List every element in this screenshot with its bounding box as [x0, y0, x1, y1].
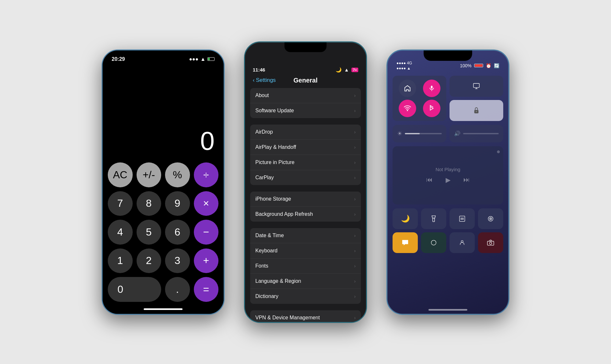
settings-cell-software-update[interactable]: Software Update › [250, 103, 361, 118]
chevron-icon-12: › [354, 279, 356, 284]
svg-point-18 [431, 240, 436, 245]
cc-bluetooth-icon-btn[interactable] [423, 100, 440, 117]
btn-5[interactable]: 5 [137, 220, 161, 245]
cc-volume-slider[interactable]: 🔊 [450, 125, 503, 142]
cc-bottom-apps: 🌙 [393, 208, 503, 253]
calculator-display: 0 [103, 65, 224, 163]
cc-main-content: ☀ 🔊 ⊕ Not Playing ⏮ ▶ [387, 73, 508, 309]
settings-cell-carplay[interactable]: CarPlay › [250, 170, 361, 185]
settings-cell-pip[interactable]: Picture in Picture › [250, 155, 361, 170]
chevron-icon-3: › [354, 129, 356, 135]
cc-btn-calculator[interactable] [450, 208, 475, 229]
brightness-icon: ☀ [397, 130, 402, 137]
btn-4[interactable]: 4 [108, 220, 133, 245]
btn-0[interactable]: 0 [108, 277, 161, 302]
battery-percent: 100% [460, 63, 472, 68]
btn-8[interactable]: 8 [137, 191, 161, 216]
settings-group-4: Date & Time › Keyboard › Fonts › Languag… [250, 228, 361, 304]
btn-divide[interactable]: ÷ [194, 162, 219, 187]
cc-top-row [393, 76, 503, 121]
play-pause-icon[interactable]: ▶ [446, 176, 450, 184]
cc-music-expand[interactable]: ⊕ [497, 149, 500, 154]
calc-status-bar: 20:29 ●●● ▲ [103, 50, 224, 65]
chevron-icon: › [354, 93, 356, 98]
chevron-icon-11: › [354, 263, 356, 269]
svg-point-17 [490, 218, 491, 219]
settings-group-5: VPN & Device Management › [250, 310, 361, 323]
cc-lock-btn[interactable] [450, 100, 503, 121]
settings-navigation: ‹ Settings General [245, 75, 366, 88]
btn-equals[interactable]: = [194, 277, 219, 302]
btn-plusminus[interactable]: +/- [137, 162, 161, 187]
settings-cell-fonts[interactable]: Fonts › [250, 259, 361, 274]
btn-1[interactable]: 1 [108, 248, 133, 273]
settings-cell-datetime[interactable]: Date & Time › [250, 228, 361, 243]
btn-9[interactable]: 9 [165, 191, 190, 216]
cc-signal-info: ●●●● 4G ●●●● ▲ [396, 61, 412, 71]
btn-plus[interactable]: + [194, 248, 219, 273]
cc-connectivity-panel [393, 76, 446, 121]
settings-group-3: iPhone Storage › Background App Refresh … [250, 192, 361, 222]
cc-btn-circle[interactable] [421, 232, 446, 253]
settings-back-button[interactable]: ‹ Settings [253, 77, 276, 83]
calc-status-icons: ●●● ▲ [189, 56, 215, 62]
prev-track-icon[interactable]: ⏮ [426, 176, 433, 184]
btn-multiply[interactable]: × [194, 191, 219, 216]
brightness-fill [405, 133, 420, 134]
cc-btn-flashlight[interactable] [421, 208, 446, 229]
battery-icon [207, 57, 215, 61]
cc-brightness-slider[interactable]: ☀ [393, 125, 446, 142]
phone-calculator: 20:29 ●●● ▲ 0 AC +/- % ÷ 7 8 9 × 4 [102, 50, 225, 315]
svg-rect-20 [487, 241, 494, 245]
signal-bars-icon: ●●●● 4G [396, 61, 412, 65]
settings-cell-keyboard[interactable]: Keyboard › [250, 243, 361, 259]
settings-cell-airplay[interactable]: AirPlay & Handoff › [250, 140, 361, 155]
settings-cell-language[interactable]: Language & Region › [250, 274, 361, 289]
settings-cell-iphone-storage[interactable]: iPhone Storage › [250, 192, 361, 207]
chevron-icon-9: › [354, 233, 356, 238]
btn-minus[interactable]: − [194, 220, 219, 245]
cc-btn-messages[interactable] [393, 232, 418, 253]
btn-2[interactable]: 2 [137, 248, 161, 273]
settings-cell-airdrop[interactable]: AirDrop › [250, 125, 361, 140]
chevron-icon-5: › [354, 160, 356, 165]
cc-screenshare-btn[interactable] [450, 76, 503, 97]
calculator-screen: 20:29 ●●● ▲ 0 AC +/- % ÷ 7 8 9 × 4 [103, 50, 224, 314]
settings-status-bar: 11:46 🌙 ▲ 7+ [245, 62, 366, 75]
signal-icon: ●●● [189, 56, 198, 62]
settings-cell-background-refresh[interactable]: Background App Refresh › [250, 207, 361, 222]
cc-mic-icon-btn[interactable] [423, 80, 440, 97]
cc-home-indicator [428, 309, 467, 311]
battery-cc [474, 64, 483, 67]
btn-dot[interactable]: . [165, 277, 190, 302]
cc-btn-moon[interactable]: 🌙 [393, 208, 418, 229]
settings-group-1: About › Software Update › [250, 88, 361, 118]
calc-time: 20:29 [112, 56, 125, 62]
btn-7[interactable]: 7 [108, 191, 133, 216]
cc-home-icon-btn[interactable] [399, 80, 416, 97]
chevron-icon-2: › [354, 108, 356, 113]
phone-settings: 11:46 🌙 ▲ 7+ ‹ Settings General About › [244, 41, 367, 323]
cc-btn-focus[interactable] [478, 208, 503, 229]
btn-3[interactable]: 3 [165, 248, 190, 273]
settings-screen: 11:46 🌙 ▲ 7+ ‹ Settings General About › [245, 52, 366, 323]
chevron-icon-7: › [354, 196, 356, 202]
btn-6[interactable]: 6 [165, 220, 190, 245]
brightness-track [405, 133, 442, 134]
cc-wifi-icon-btn[interactable] [399, 100, 416, 117]
next-track-icon[interactable]: ⏭ [463, 176, 470, 184]
svg-rect-0 [431, 85, 432, 88]
cc-btn-person[interactable] [450, 232, 475, 253]
settings-cell-vpn[interactable]: VPN & Device Management › [250, 310, 361, 323]
rotation-lock-icon: 🔄 [494, 63, 499, 68]
svg-point-19 [461, 240, 463, 242]
cc-status-right: 100% ⏰ 🔄 [460, 63, 499, 68]
btn-ac[interactable]: AC [108, 162, 133, 187]
chevron-icon-6: › [354, 175, 356, 180]
volume-icon: 🔊 [454, 130, 461, 137]
settings-cell-about[interactable]: About › [250, 88, 361, 103]
settings-cell-dictionary[interactable]: Dictionary › [250, 289, 361, 304]
btn-percent[interactable]: % [165, 162, 190, 187]
cc-btn-camera[interactable] [478, 232, 503, 253]
settings-page-title: General [294, 77, 317, 84]
